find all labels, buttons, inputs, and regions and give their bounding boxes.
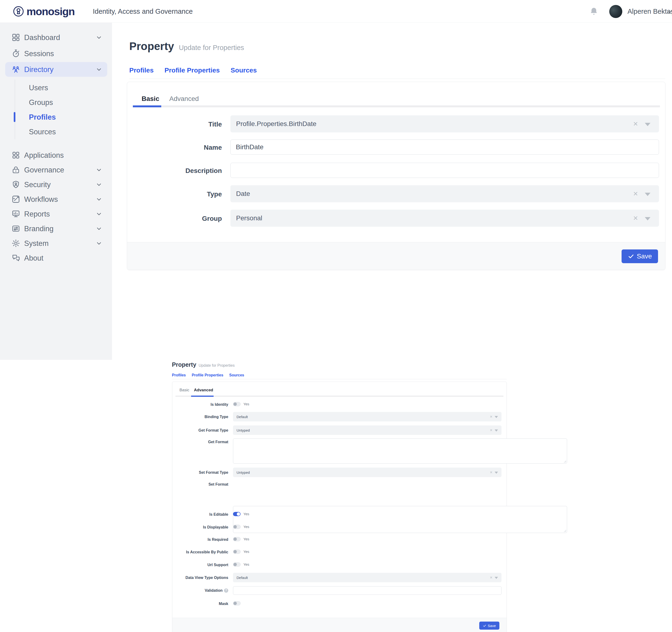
description-input[interactable] <box>231 163 659 178</box>
help-icon[interactable] <box>224 588 228 593</box>
type-select-value: Date <box>236 190 250 197</box>
sidebar-item-governance[interactable]: Governance <box>0 163 112 177</box>
page-header: Property Update for Properties <box>129 41 244 52</box>
tab-track <box>133 106 660 107</box>
sidebar-item-branding[interactable]: Branding <box>0 221 112 236</box>
dropdown-caret-icon[interactable] <box>645 193 650 196</box>
clear-icon[interactable] <box>490 428 493 432</box>
toggle-text: Yes <box>243 549 249 554</box>
user-name[interactable]: Alperen Bektaş <box>627 8 672 15</box>
tab-advanced[interactable]: Advanced <box>169 95 199 102</box>
field-label-is-identity: Is Identity <box>172 402 228 407</box>
data-view-type-options-select[interactable]: Default <box>233 573 502 582</box>
field-label-group: Group <box>127 215 222 223</box>
link-profile-properties[interactable]: Profile Properties <box>192 373 223 377</box>
field-label-name: Name <box>127 144 222 151</box>
is-accessible-by-public-toggle[interactable] <box>233 549 241 554</box>
is-displayable-toggle[interactable] <box>233 525 241 529</box>
dropdown-caret-icon[interactable] <box>645 123 650 126</box>
clear-icon[interactable] <box>633 215 638 221</box>
sidebar-item-label: About <box>24 254 43 262</box>
breadcrumb-links-small: Profiles Profile Properties Sources <box>172 373 244 377</box>
field-label-set-format-type: Set Format Type <box>172 470 228 475</box>
validation-input[interactable] <box>233 586 502 595</box>
get-format-textarea[interactable] <box>233 439 567 464</box>
link-profiles[interactable]: Profiles <box>172 373 186 377</box>
field-label-is-displayable: Is Displayable <box>172 525 228 530</box>
group-select-value: Personal <box>236 214 262 222</box>
field-label-is-editable: Is Editable <box>172 512 228 517</box>
sidebar-item-reports[interactable]: Reports <box>0 207 112 221</box>
title-select[interactable]: Profile.Properties.BirthDate <box>231 115 659 133</box>
clear-icon[interactable] <box>633 191 638 197</box>
tab-basic[interactable]: Basic <box>179 388 189 392</box>
sidebar-item-about[interactable]: About <box>0 251 112 265</box>
name-input[interactable] <box>231 140 659 155</box>
dropdown-caret-icon[interactable] <box>495 577 498 579</box>
sidebar-item-label: Reports <box>24 210 50 218</box>
get-format-type-select[interactable]: Untyped <box>233 425 502 435</box>
notifications-bell-icon[interactable] <box>589 7 599 16</box>
tab-advanced[interactable]: Advanced <box>194 388 213 392</box>
stopwatch-icon <box>11 49 20 58</box>
mask-toggle[interactable] <box>233 601 241 606</box>
user-menu-chevron-down-icon[interactable] <box>666 9 672 15</box>
dashboard-icon <box>11 33 20 42</box>
chat-bubbles-icon <box>11 254 20 262</box>
app-window: monosign Identity, Access and Governance… <box>0 0 672 632</box>
is-required-toggle[interactable] <box>233 537 241 541</box>
page-title: Property <box>129 41 174 52</box>
dropdown-caret-icon[interactable] <box>495 472 498 474</box>
link-profile-properties[interactable]: Profile Properties <box>165 67 220 74</box>
binding-type-select-value: Default <box>237 415 248 419</box>
brand-wordmark: monosign <box>26 6 75 17</box>
tab-basic[interactable]: Basic <box>142 95 159 102</box>
sidebar-item-users[interactable]: Users <box>0 80 112 95</box>
is-editable-toggle[interactable] <box>233 512 241 516</box>
chevron-down-icon <box>96 34 102 41</box>
check-icon <box>483 624 486 628</box>
sidebar-item-security[interactable]: Security <box>0 177 112 192</box>
sidebar-item-dashboard[interactable]: Dashboard <box>0 30 112 45</box>
dropdown-caret-icon[interactable] <box>645 217 650 220</box>
binding-type-select[interactable]: Default <box>233 412 502 421</box>
sidebar-item-system[interactable]: System <box>0 236 112 251</box>
field-label-get-format: Get Format <box>172 440 228 444</box>
clear-icon[interactable] <box>490 415 493 418</box>
url-support-toggle[interactable] <box>233 562 241 567</box>
field-label-data-view-type-options: Data View Type Options <box>172 576 228 580</box>
chevron-down-icon <box>96 166 102 173</box>
title-select-value: Profile.Properties.BirthDate <box>236 120 316 128</box>
page-header-small: Property Update for Properties <box>172 362 235 368</box>
sidebar-item-label: Security <box>24 181 51 188</box>
sidebar-item-applications[interactable]: Applications <box>0 148 112 163</box>
group-select[interactable]: Personal <box>231 210 659 227</box>
clear-icon[interactable] <box>490 471 493 474</box>
section-divider <box>172 379 507 379</box>
link-profiles[interactable]: Profiles <box>129 67 154 74</box>
sidebar-item-label: Sessions <box>24 50 54 57</box>
dropdown-caret-icon[interactable] <box>495 416 498 418</box>
sidebar-item-workflows[interactable]: Workflows <box>0 192 112 207</box>
set-format-type-select[interactable]: Untyped <box>233 468 502 477</box>
type-select[interactable]: Date <box>231 185 659 202</box>
field-label-is-required: Is Required <box>172 537 228 542</box>
sidebar: Dashboard Sessions Directory <box>0 23 112 360</box>
sidebar-item-groups[interactable]: Groups <box>0 95 112 110</box>
sidebar-item-sources[interactable]: Sources <box>0 124 112 139</box>
field-label-get-format-type: Get Format Type <box>172 428 228 432</box>
dropdown-caret-icon[interactable] <box>495 429 498 431</box>
clear-icon[interactable] <box>633 121 638 127</box>
save-button[interactable]: Save <box>479 622 499 630</box>
field-label-title: Title <box>127 121 222 128</box>
sidebar-item-profiles[interactable]: Profiles <box>0 110 112 124</box>
user-avatar[interactable] <box>609 5 622 18</box>
link-sources[interactable]: Sources <box>231 67 257 74</box>
page-title: Property <box>172 362 196 368</box>
save-button[interactable]: Save <box>622 250 658 263</box>
link-sources[interactable]: Sources <box>229 373 244 377</box>
sidebar-item-directory[interactable]: Directory <box>0 62 112 77</box>
sidebar-item-sessions[interactable]: Sessions <box>0 46 112 61</box>
clear-icon[interactable] <box>490 576 493 579</box>
is-identity-toggle[interactable] <box>233 402 241 406</box>
